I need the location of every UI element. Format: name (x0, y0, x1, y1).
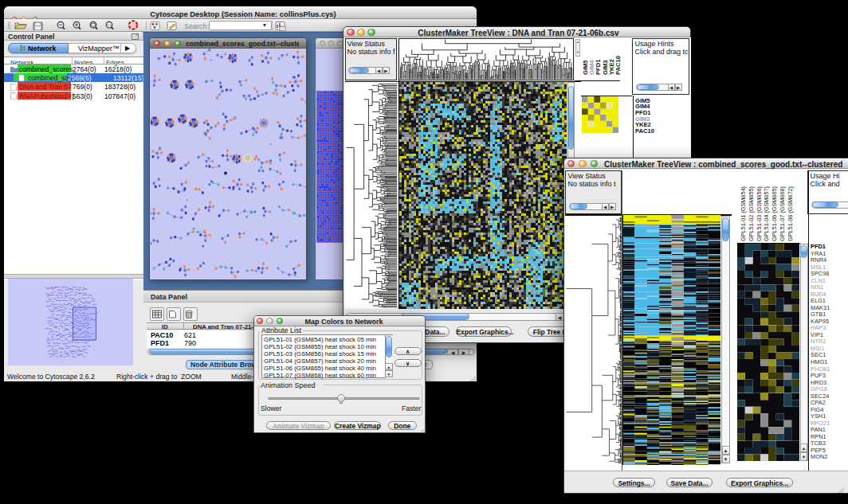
svg-text:1:1: 1:1 (107, 23, 112, 27)
